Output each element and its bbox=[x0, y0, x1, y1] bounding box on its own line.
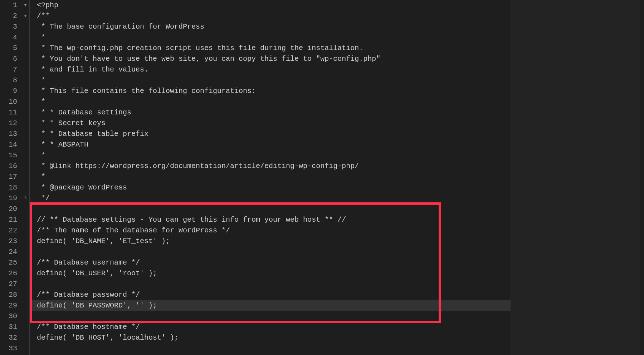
code-line[interactable]: * * Database table prefix bbox=[30, 129, 511, 139]
line-number-gutter[interactable]: 1234567891011121314151617181920212223242… bbox=[0, 0, 21, 355]
line-number[interactable]: 29 bbox=[0, 300, 21, 311]
code-line[interactable]: define( 'DB_HOST', 'localhost' ); bbox=[30, 332, 511, 343]
line-number[interactable]: 30 bbox=[0, 311, 21, 322]
line-number[interactable]: 19 bbox=[0, 193, 21, 204]
code-line[interactable]: /** The name of the database for WordPre… bbox=[30, 225, 511, 236]
code-line[interactable]: /** Database hostname */ bbox=[30, 322, 511, 332]
code-line[interactable]: */ bbox=[30, 193, 511, 204]
fold-marker[interactable] bbox=[21, 32, 29, 43]
fold-marker[interactable] bbox=[21, 300, 29, 311]
fold-marker[interactable] bbox=[21, 215, 29, 225]
fold-marker[interactable] bbox=[21, 268, 29, 279]
code-line[interactable]: * bbox=[30, 172, 511, 182]
line-number[interactable]: 28 bbox=[0, 290, 21, 300]
line-number[interactable]: 24 bbox=[0, 247, 21, 257]
fold-column[interactable]: ▼▼└ bbox=[21, 0, 30, 355]
line-number[interactable]: 7 bbox=[0, 64, 21, 75]
fold-marker[interactable] bbox=[21, 343, 29, 354]
code-line[interactable] bbox=[30, 311, 511, 322]
code-line[interactable] bbox=[30, 279, 511, 290]
fold-marker[interactable] bbox=[21, 204, 29, 215]
code-line[interactable]: * The wp-config.php creation script uses… bbox=[30, 43, 511, 54]
line-number[interactable]: 8 bbox=[0, 75, 21, 86]
code-line[interactable]: * * Secret keys bbox=[30, 118, 511, 129]
code-line[interactable]: * The base configuration for WordPress bbox=[30, 21, 511, 32]
code-line[interactable]: /** bbox=[30, 11, 511, 21]
fold-marker[interactable] bbox=[21, 129, 29, 139]
fold-marker[interactable] bbox=[21, 225, 29, 236]
code-line[interactable]: * and fill in the values. bbox=[30, 64, 511, 75]
fold-marker[interactable] bbox=[21, 311, 29, 322]
fold-marker[interactable] bbox=[21, 118, 29, 129]
code-line[interactable]: define( 'DB_NAME', 'ET_test' ); bbox=[30, 236, 511, 247]
code-area[interactable]: <?php/** * The base configuration for Wo… bbox=[30, 0, 511, 355]
line-number[interactable]: 16 bbox=[0, 161, 21, 172]
line-number[interactable]: 18 bbox=[0, 182, 21, 193]
line-number[interactable]: 20 bbox=[0, 204, 21, 215]
line-number[interactable]: 33 bbox=[0, 343, 21, 354]
line-number[interactable]: 13 bbox=[0, 129, 21, 139]
code-line[interactable]: * bbox=[30, 97, 511, 107]
code-line[interactable] bbox=[30, 343, 511, 354]
fold-marker[interactable] bbox=[21, 279, 29, 290]
line-number[interactable]: 3 bbox=[0, 21, 21, 32]
fold-marker[interactable] bbox=[21, 161, 29, 172]
code-line[interactable]: * You don't have to use the web site, yo… bbox=[30, 54, 511, 64]
fold-marker[interactable]: ▼ bbox=[21, 11, 29, 21]
code-line[interactable]: <?php bbox=[30, 0, 511, 11]
code-line[interactable] bbox=[30, 247, 511, 257]
line-number[interactable]: 23 bbox=[0, 236, 21, 247]
vertical-scrollbar[interactable] bbox=[640, 0, 644, 355]
code-line[interactable]: * bbox=[30, 75, 511, 86]
code-line[interactable]: /** Database password */ bbox=[30, 290, 511, 300]
line-number[interactable]: 11 bbox=[0, 107, 21, 118]
fold-marker[interactable] bbox=[21, 86, 29, 97]
code-line[interactable]: // ** Database settings - You can get th… bbox=[30, 215, 511, 225]
line-number[interactable]: 32 bbox=[0, 332, 21, 343]
code-line[interactable]: define( 'DB_USER', 'root' ); bbox=[30, 268, 511, 279]
line-number[interactable]: 25 bbox=[0, 257, 21, 268]
fold-marker[interactable] bbox=[21, 21, 29, 32]
code-line[interactable]: * @package WordPress bbox=[30, 182, 511, 193]
fold-marker[interactable] bbox=[21, 172, 29, 182]
line-number[interactable]: 14 bbox=[0, 139, 21, 150]
line-number[interactable]: 1 bbox=[0, 0, 21, 11]
line-number[interactable]: 2 bbox=[0, 11, 21, 21]
code-line[interactable]: * bbox=[30, 32, 511, 43]
code-line[interactable]: * * Database settings bbox=[30, 107, 511, 118]
fold-marker[interactable] bbox=[21, 247, 29, 257]
line-number[interactable]: 12 bbox=[0, 118, 21, 129]
line-number[interactable]: 26 bbox=[0, 268, 21, 279]
fold-marker[interactable] bbox=[21, 97, 29, 107]
fold-marker[interactable] bbox=[21, 257, 29, 268]
code-line[interactable]: /** Database username */ bbox=[30, 257, 511, 268]
code-line[interactable] bbox=[30, 204, 511, 215]
code-line[interactable]: * bbox=[30, 150, 511, 161]
line-number[interactable]: 5 bbox=[0, 43, 21, 54]
fold-marker[interactable] bbox=[21, 236, 29, 247]
line-number[interactable]: 15 bbox=[0, 150, 21, 161]
line-number[interactable]: 22 bbox=[0, 225, 21, 236]
line-number[interactable]: 27 bbox=[0, 279, 21, 290]
line-number[interactable]: 10 bbox=[0, 97, 21, 107]
line-number[interactable]: 4 bbox=[0, 32, 21, 43]
line-number[interactable]: 17 bbox=[0, 172, 21, 182]
fold-marker[interactable] bbox=[21, 182, 29, 193]
minimap[interactable] bbox=[511, 0, 640, 355]
code-line[interactable]: * This file contains the following confi… bbox=[30, 86, 511, 97]
fold-marker[interactable] bbox=[21, 64, 29, 75]
fold-marker[interactable] bbox=[21, 150, 29, 161]
line-number[interactable]: 9 bbox=[0, 86, 21, 97]
fold-marker[interactable] bbox=[21, 139, 29, 150]
fold-marker[interactable] bbox=[21, 290, 29, 300]
line-number[interactable]: 21 bbox=[0, 215, 21, 225]
line-number[interactable]: 6 bbox=[0, 54, 21, 64]
fold-marker[interactable]: ▼ bbox=[21, 0, 29, 11]
code-line[interactable]: * @link https://wordpress.org/documentat… bbox=[30, 161, 511, 172]
line-number[interactable]: 31 bbox=[0, 322, 21, 332]
fold-marker[interactable] bbox=[21, 322, 29, 332]
code-line[interactable]: * * ABSPATH bbox=[30, 139, 511, 150]
code-line[interactable]: define( 'DB_PASSWORD', '' ); bbox=[30, 300, 511, 311]
fold-marker[interactable] bbox=[21, 54, 29, 64]
fold-marker[interactable] bbox=[21, 332, 29, 343]
